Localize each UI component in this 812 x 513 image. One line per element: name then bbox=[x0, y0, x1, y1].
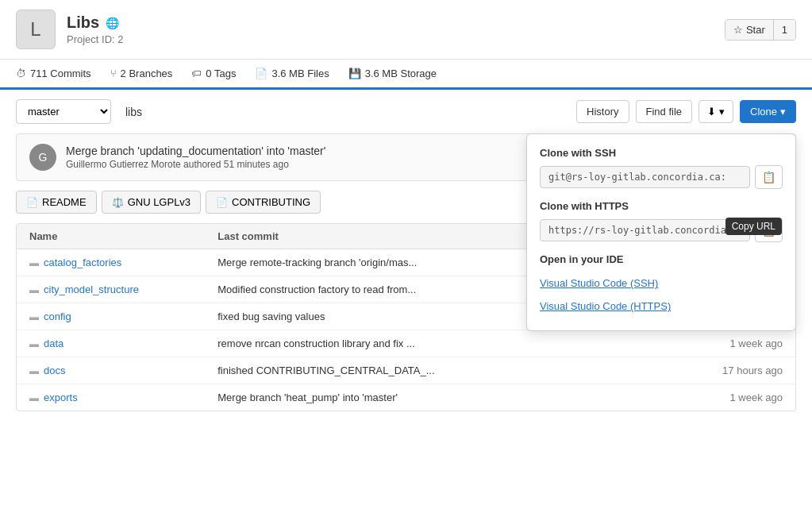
col-name: Name bbox=[29, 230, 217, 242]
file-name-4[interactable]: ▬ docs bbox=[29, 364, 217, 376]
file-time-5: 1 week ago bbox=[595, 392, 783, 403]
branches-icon: ⑂ bbox=[110, 68, 117, 79]
vscode-https-option[interactable]: Visual Studio Code (HTTPS) bbox=[540, 295, 783, 318]
https-title: Clone with HTTPS bbox=[540, 200, 783, 212]
stats-bar: ⏱ 711 Commits ⑂ 2 Branches 🏷 0 Tags 📄 3.… bbox=[0, 60, 812, 90]
license-tab[interactable]: ⚖️ GNU LGPLv3 bbox=[102, 191, 201, 214]
files-label: 3.6 MB Files bbox=[271, 68, 329, 79]
repo-path: libs bbox=[119, 101, 148, 123]
commit-author: Guillermo Gutierrez Morote bbox=[66, 159, 181, 170]
tags-icon: 🏷 bbox=[191, 68, 202, 79]
branch-selector[interactable]: master bbox=[16, 99, 111, 124]
storage-icon: 💾 bbox=[348, 68, 361, 79]
table-row: ▬ docs finished CONTRIBUTING_CENTRAL_DAT… bbox=[17, 357, 795, 384]
find-file-button[interactable]: Find file bbox=[636, 100, 693, 123]
branches-stat[interactable]: ⑂ 2 Branches bbox=[110, 68, 173, 79]
files-icon: 📄 bbox=[255, 68, 267, 79]
https-url-display: https://rs-loy-gitlab.concordia bbox=[540, 219, 750, 241]
history-button[interactable]: History bbox=[576, 100, 629, 123]
folder-icon-0: ▬ bbox=[29, 257, 39, 268]
project-title-row: Libs 🌐 bbox=[67, 14, 124, 32]
file-name-2[interactable]: ▬ config bbox=[29, 310, 217, 322]
download-icon: ⬇ bbox=[707, 106, 716, 118]
ssh-url-display: git@rs-loy-gitlab.concordia.ca: bbox=[540, 166, 750, 188]
contributing-tab[interactable]: 📄 CONTRIBUTING bbox=[206, 191, 321, 214]
readme-tab[interactable]: 📄 README bbox=[16, 191, 97, 214]
right-controls: History Find file ⬇ ▾ Clone ▾ Clone with… bbox=[576, 100, 796, 123]
clone-chevron-icon: ▾ bbox=[780, 106, 786, 118]
globe-icon: 🌐 bbox=[106, 17, 119, 29]
star-button-group[interactable]: ☆ Star 1 bbox=[725, 19, 796, 40]
project-name: Libs bbox=[67, 14, 99, 32]
file-commit-3: remove nrcan construction library and fi… bbox=[217, 338, 456, 349]
file-time-3: 1 week ago bbox=[595, 338, 783, 349]
project-info: L Libs 🌐 Project ID: 2 bbox=[16, 10, 124, 49]
folder-icon-3: ▬ bbox=[29, 338, 39, 349]
files-stat[interactable]: 📄 3.6 MB Files bbox=[255, 68, 329, 79]
star-count: 1 bbox=[774, 20, 795, 40]
star-icon: ☆ bbox=[733, 24, 743, 36]
file-name-0[interactable]: ▬ catalog_factories bbox=[29, 256, 217, 268]
contributing-tab-icon: 📄 bbox=[216, 197, 228, 208]
table-row: ▬ data remove nrcan construction library… bbox=[17, 330, 795, 357]
storage-stat[interactable]: 💾 3.6 MB Storage bbox=[348, 68, 437, 79]
open-ide-title: Open in your IDE bbox=[540, 253, 783, 265]
tags-stat[interactable]: 🏷 0 Tags bbox=[191, 68, 236, 79]
copy-https-button[interactable]: 📋 Copy URL bbox=[755, 218, 783, 242]
project-id: Project ID: 2 bbox=[67, 33, 124, 45]
folder-icon-1: ▬ bbox=[29, 284, 39, 295]
file-name-3[interactable]: ▬ data bbox=[29, 338, 217, 349]
commits-label: 711 Commits bbox=[30, 68, 91, 79]
file-commit-5: Merge branch 'heat_pump' into 'master' bbox=[217, 392, 456, 403]
readme-tab-label: README bbox=[42, 196, 87, 208]
download-button[interactable]: ⬇ ▾ bbox=[698, 100, 733, 123]
file-commit-0: Merge remote-tracking branch 'origin/mas… bbox=[217, 256, 456, 268]
file-time-4: 17 hours ago bbox=[595, 364, 783, 376]
file-commit-1: Modified construction factory to read fr… bbox=[217, 284, 456, 295]
vscode-ssh-option[interactable]: Visual Studio Code (SSH) bbox=[540, 272, 783, 295]
commits-stat[interactable]: ⏱ 711 Commits bbox=[16, 68, 91, 79]
table-row: ▬ exports Merge branch 'heat_pump' into … bbox=[17, 384, 795, 411]
contributing-tab-label: CONTRIBUTING bbox=[232, 196, 310, 208]
branches-label: 2 Branches bbox=[121, 68, 173, 79]
https-input-row: https://rs-loy-gitlab.concordia 📋 Copy U… bbox=[540, 218, 783, 242]
readme-tab-icon: 📄 bbox=[26, 197, 38, 208]
file-name-1[interactable]: ▬ city_model_structure bbox=[29, 284, 217, 295]
download-chevron: ▾ bbox=[719, 106, 725, 118]
folder-icon-5: ▬ bbox=[29, 392, 39, 403]
license-tab-icon: ⚖️ bbox=[112, 197, 124, 208]
star-button[interactable]: ☆ Star bbox=[725, 20, 774, 40]
repo-header: master libs History Find file ⬇ ▾ Clone … bbox=[0, 90, 812, 133]
commit-time: authored 51 minutes ago bbox=[183, 159, 289, 170]
copy-ssh-button[interactable]: 📋 bbox=[755, 165, 783, 189]
folder-icon-2: ▬ bbox=[29, 311, 39, 322]
top-bar: L Libs 🌐 Project ID: 2 ☆ Star 1 bbox=[0, 0, 812, 60]
license-tab-label: GNU LGPLv3 bbox=[128, 196, 190, 208]
commit-author-avatar: G bbox=[29, 144, 56, 171]
project-meta: Libs 🌐 Project ID: 2 bbox=[67, 14, 124, 45]
file-commit-4: finished CONTRIBUTING_CENTRAL_DATA_... bbox=[217, 364, 456, 376]
clone-dropdown: Clone with SSH git@rs-loy-gitlab.concord… bbox=[526, 133, 796, 331]
file-commit-2: fixed bug saving values bbox=[217, 310, 456, 322]
commits-icon: ⏱ bbox=[16, 68, 26, 79]
clone-button[interactable]: Clone ▾ bbox=[740, 100, 796, 123]
ssh-input-row: git@rs-loy-gitlab.concordia.ca: 📋 bbox=[540, 165, 783, 189]
folder-icon-4: ▬ bbox=[29, 365, 39, 376]
project-avatar: L bbox=[16, 10, 56, 49]
file-name-5[interactable]: ▬ exports bbox=[29, 392, 217, 403]
storage-label: 3.6 MB Storage bbox=[365, 68, 437, 79]
copy-url-tooltip: Copy URL bbox=[725, 218, 782, 235]
ssh-title: Clone with SSH bbox=[540, 147, 783, 159]
tags-label: 0 Tags bbox=[206, 68, 236, 79]
left-controls: master libs bbox=[16, 99, 148, 124]
